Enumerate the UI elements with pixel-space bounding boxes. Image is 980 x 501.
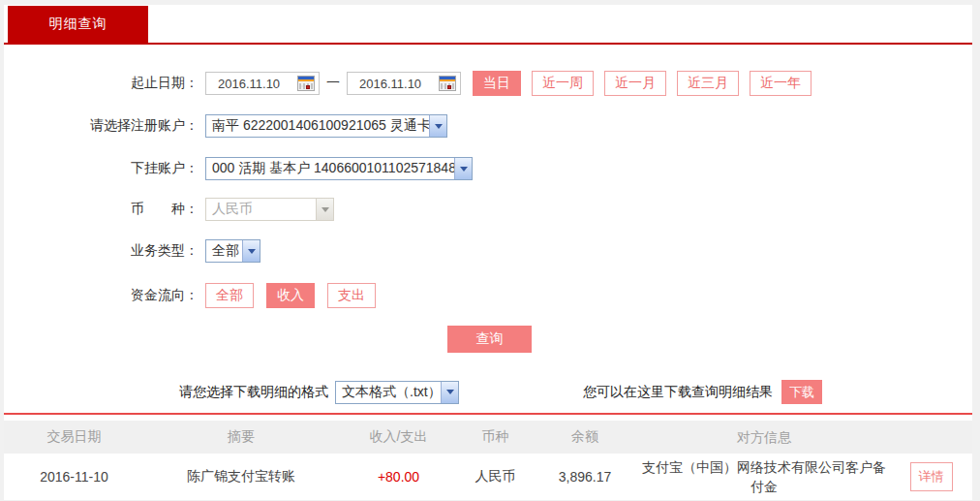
- fund-flow-expense-button[interactable]: 支出: [327, 283, 376, 308]
- download-format-label: 请您选择下载明细的格式: [179, 384, 328, 401]
- business-type-select[interactable]: 全部: [205, 239, 260, 263]
- table-header-row: 交易日期 摘要 收入/支出 币种 余额 对方信息: [4, 421, 972, 454]
- chevron-down-icon: [429, 115, 446, 137]
- fund-flow-label: 资金流向：: [4, 287, 205, 304]
- quick-button-last-week[interactable]: 近一周: [532, 71, 594, 96]
- cell-balance: 3,896.17: [532, 469, 638, 485]
- date-separator: 一: [326, 75, 340, 92]
- query-button[interactable]: 查询: [447, 326, 532, 353]
- currency-label: 币 种：: [4, 201, 205, 218]
- detail-button[interactable]: 详情: [910, 462, 953, 491]
- cell-actions: 详情: [890, 462, 972, 491]
- header-balance: 余额: [532, 428, 638, 446]
- tab-detail-query[interactable]: 明细查询: [8, 6, 148, 43]
- chevron-down-icon: [316, 199, 333, 220]
- chevron-down-icon: [454, 158, 472, 179]
- download-format-select[interactable]: 文本格式（.txt）: [335, 381, 459, 404]
- quick-button-last-year[interactable]: 近一年: [750, 71, 812, 96]
- register-account-value: 南平 6222001406100921065 灵通卡: [206, 117, 429, 135]
- table-row: 2016-11-10 陈广锦支付宝转账 +80.00 人民币 3,896.17 …: [4, 454, 972, 500]
- register-account-label: 请选择注册账户：: [4, 117, 205, 135]
- register-account-select[interactable]: 南平 6222001406100921065 灵通卡: [205, 114, 447, 138]
- start-date-input[interactable]: 2016.11.10: [205, 72, 320, 95]
- chevron-down-icon: [242, 240, 260, 262]
- quick-range-buttons: 当日 近一周 近一月 近三月 近一年: [473, 71, 822, 96]
- start-date-value: 2016.11.10: [218, 77, 280, 91]
- sub-account-select[interactable]: 000 活期 基本户 1406600101102571848: [205, 157, 473, 180]
- cell-currency: 人民币: [459, 468, 532, 485]
- download-row: 请您选择下载明细的格式 文本格式（.txt） 您可以在这里下载查询明细结果 下载: [179, 380, 964, 404]
- header-summary: 摘要: [144, 428, 338, 446]
- register-account-row: 请选择注册账户： 南平 6222001406100921065 灵通卡: [4, 114, 972, 138]
- cell-trade-date: 2016-11-10: [4, 469, 144, 485]
- fund-flow-all-button[interactable]: 全部: [205, 283, 254, 308]
- business-type-value: 全部: [206, 242, 239, 260]
- download-format-value: 文本格式（.txt）: [336, 384, 441, 401]
- cell-counterparty: 支付宝（中国）网络技术有限公司客户备付金: [638, 457, 890, 497]
- quick-button-today[interactable]: 当日: [473, 71, 521, 96]
- date-range-label: 起止日期：: [4, 75, 205, 92]
- fund-flow-row: 资金流向： 全部 收入 支出: [4, 283, 972, 308]
- fund-flow-buttons: 全部 收入 支出: [205, 283, 388, 308]
- cell-amount: +80.00: [338, 469, 459, 485]
- business-type-label: 业务类型：: [4, 242, 205, 260]
- header-currency: 币种: [459, 428, 532, 446]
- download-button[interactable]: 下载: [781, 380, 822, 404]
- header-counterparty: 对方信息: [638, 427, 890, 447]
- sub-account-row: 下挂账户： 000 活期 基本户 1406600101102571848: [4, 157, 972, 180]
- table-top-divider: [4, 413, 972, 415]
- sub-account-label: 下挂账户：: [4, 160, 205, 177]
- quick-button-last-month[interactable]: 近一月: [604, 71, 666, 96]
- header-income-expense: 收入/支出: [338, 428, 459, 446]
- currency-row: 币 种： 人民币: [4, 198, 972, 221]
- tab-label: 明细查询: [49, 16, 107, 33]
- currency-value: 人民币: [206, 201, 253, 218]
- cell-summary: 陈广锦支付宝转账: [144, 468, 338, 485]
- chevron-down-icon: [441, 382, 458, 403]
- content-panel: 明细查询 起止日期： 2016.11.10 一 2016.11.10 当日 近一…: [4, 5, 972, 500]
- quick-button-last-3months[interactable]: 近三月: [677, 71, 739, 96]
- header-trade-date: 交易日期: [4, 428, 144, 446]
- fund-flow-income-button[interactable]: 收入: [266, 283, 315, 308]
- download-hint: 您可以在这里下载查询明细结果: [583, 384, 773, 401]
- tab-underline: [4, 43, 972, 45]
- date-range-row: 起止日期： 2016.11.10 一 2016.11.10 当日 近一周 近一月…: [4, 71, 972, 96]
- calendar-icon[interactable]: [297, 76, 315, 91]
- sub-account-value: 000 活期 基本户 1406600101102571848: [206, 160, 454, 177]
- business-type-row: 业务类型： 全部: [4, 239, 972, 263]
- end-date-input[interactable]: 2016.11.10: [347, 72, 461, 95]
- calendar-icon[interactable]: [439, 76, 456, 91]
- end-date-value: 2016.11.10: [359, 77, 421, 91]
- currency-select: 人民币: [205, 198, 334, 221]
